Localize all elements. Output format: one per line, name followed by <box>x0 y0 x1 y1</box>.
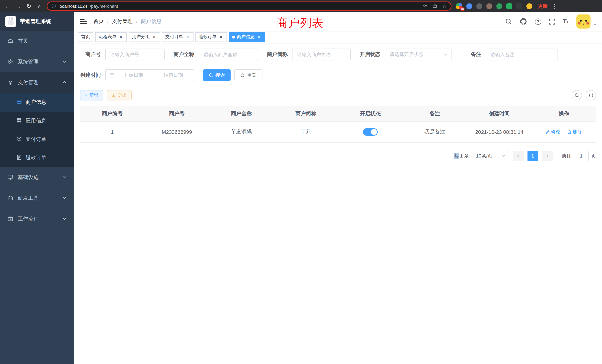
search-icon <box>209 73 213 77</box>
filter-merchant-no: 商户号 <box>80 49 165 60</box>
dashboard-icon <box>7 38 13 45</box>
tab-process-form[interactable]: 流程表单 × <box>95 32 127 42</box>
tab-refund-order[interactable]: 退款订单 × <box>195 32 227 42</box>
sidebar-item-merchant-info[interactable]: 商户信息 <box>0 93 74 112</box>
sidebar-item-payment[interactable]: ¥ 支付管理 <box>0 72 74 93</box>
sidebar-item-refund-order[interactable]: 退款订单 <box>0 149 74 167</box>
prev-page-button[interactable] <box>513 151 524 161</box>
tab-user-group[interactable]: 用户分组 × <box>129 32 160 42</box>
edit-link[interactable]: 修改 <box>545 128 560 135</box>
delete-link[interactable]: 删除 <box>567 128 582 135</box>
extension-icon-8[interactable] <box>526 3 532 9</box>
chevron-down-icon <box>62 175 67 181</box>
reset-button[interactable]: 重置 <box>234 69 262 81</box>
refresh-table-button[interactable] <box>586 90 596 100</box>
extension-icon-1[interactable]: 10 <box>456 3 462 9</box>
filter-status: 开启状态 请选择开启状态 <box>360 49 452 60</box>
extension-icon-2[interactable] <box>466 3 472 9</box>
close-icon[interactable]: × <box>218 34 224 40</box>
search-button[interactable]: 搜索 <box>203 69 231 81</box>
tab-pay-order[interactable]: 支付订单 × <box>162 32 194 42</box>
date-start-placeholder: 开始日期 <box>117 72 150 79</box>
font-size-icon[interactable]: TT <box>563 19 569 24</box>
download-icon <box>112 93 116 97</box>
chevron-down-icon <box>62 216 67 222</box>
toolbox-icon <box>7 195 13 202</box>
merchant-no-label: 商户号 <box>80 51 101 58</box>
browser-toolbar: ← → ↻ ⌂ ⓘ localhost:1024/pay/merchant ☆ … <box>0 0 602 12</box>
filter-form: 商户号 商户全称 商户简称 开启状态 <box>80 49 596 81</box>
url-host: localhost:1024 <box>59 3 87 9</box>
breadcrumb: 首页 / 支付管理 / 商户信息 <box>93 18 162 25</box>
github-icon[interactable] <box>519 18 527 25</box>
short-name-input[interactable] <box>292 49 351 60</box>
extension-icon-4[interactable] <box>486 3 492 9</box>
sidebar-item-dev-tools[interactable]: 研发工具 <box>0 188 74 209</box>
pencil-icon <box>545 129 550 134</box>
help-icon[interactable]: ? <box>535 18 541 25</box>
sidebar-item-home[interactable]: 首页 <box>0 31 74 52</box>
remark-input[interactable] <box>486 49 558 60</box>
extension-icon-5[interactable] <box>496 3 502 9</box>
browser-back-button[interactable]: ← <box>4 2 11 10</box>
close-icon[interactable]: × <box>152 34 157 40</box>
page-number-1[interactable]: 1 <box>527 151 538 161</box>
fullscreen-icon[interactable] <box>549 18 555 25</box>
sidebar-item-infrastructure[interactable]: 基础设施 <box>0 167 74 188</box>
browser-menu-icon[interactable]: ⋮ <box>552 3 557 10</box>
bookmark-star-icon[interactable]: ☆ <box>442 3 447 9</box>
sidebar-item-app-info[interactable]: 应用信息 <box>0 112 74 130</box>
user-avatar[interactable] <box>576 14 591 29</box>
short-name-label: 商户简称 <box>267 51 288 58</box>
goto-page-input[interactable] <box>574 151 589 161</box>
close-icon[interactable]: × <box>118 34 123 40</box>
tab-merchant-info[interactable]: 商户信息 × <box>229 32 265 42</box>
extension-icon-6[interactable] <box>506 3 512 9</box>
close-icon[interactable]: × <box>257 34 262 40</box>
chevron-up-icon <box>62 80 67 86</box>
filter-create-time: 创建时间 开始日期 - 结束日期 <box>80 69 194 81</box>
show-search-button[interactable] <box>572 90 582 100</box>
caret-down-icon[interactable]: ▾ <box>594 22 596 27</box>
close-icon[interactable]: × <box>185 34 190 40</box>
full-name-input[interactable] <box>199 49 258 60</box>
hamburger-icon[interactable] <box>80 19 87 24</box>
pagination-total: 共 1 条 <box>454 152 469 159</box>
password-key-icon[interactable] <box>423 3 428 9</box>
address-bar[interactable]: ⓘ localhost:1024/pay/merchant ☆ <box>47 1 452 11</box>
cell-short-name: 芋艿 <box>274 121 338 142</box>
breadcrumb-home[interactable]: 首页 <box>93 18 104 25</box>
extension-icon-3[interactable] <box>476 3 482 9</box>
sidebar-item-pay-order[interactable]: 支付订单 <box>0 130 74 149</box>
page-content: 商户号 商户全称 商户简称 开启状态 <box>74 43 602 364</box>
search-icon[interactable] <box>505 18 512 25</box>
merchant-no-input[interactable] <box>105 49 165 60</box>
breadcrumb-payment[interactable]: 支付管理 <box>112 18 133 25</box>
filter-short-name: 商户简称 <box>267 49 351 60</box>
browser-home-button[interactable]: ⌂ <box>36 2 43 10</box>
share-icon[interactable] <box>432 3 438 9</box>
browser-forward-button[interactable]: → <box>14 2 22 10</box>
browser-reload-button[interactable]: ↻ <box>25 2 33 10</box>
date-range-picker[interactable]: 开始日期 - 结束日期 <box>105 69 194 81</box>
browser-update-button[interactable]: 更新 <box>538 3 548 10</box>
cell-actions: 修改 删除 <box>532 121 596 142</box>
chevron-down-icon <box>62 195 67 201</box>
tab-home[interactable]: 首页 <box>78 32 93 42</box>
cell-create-time: 2021-10-23 08:31:14 <box>467 121 532 142</box>
sidebar-item-workflow[interactable]: 工作流程 <box>0 209 74 229</box>
url-path: /pay/merchant <box>90 3 118 9</box>
sidebar-item-system[interactable]: 系统管理 <box>0 52 74 72</box>
status-select[interactable]: 请选择开启状态 <box>385 49 452 60</box>
cell-status <box>338 121 403 142</box>
status-toggle[interactable] <box>363 128 378 136</box>
app-logo[interactable]: 芋道管理系统 <box>0 12 74 31</box>
export-button[interactable]: 导出 <box>107 90 132 100</box>
next-page-button[interactable] <box>542 151 553 161</box>
add-button[interactable]: + 新增 <box>80 90 103 100</box>
page-size-select[interactable]: 10条/页 <box>473 151 509 161</box>
site-info-icon[interactable]: ⓘ <box>52 3 56 9</box>
cell-merchant-no: M233666999 <box>145 121 209 142</box>
extension-icon-7[interactable] <box>516 3 522 9</box>
cell-merchant-id: 1 <box>80 121 145 142</box>
